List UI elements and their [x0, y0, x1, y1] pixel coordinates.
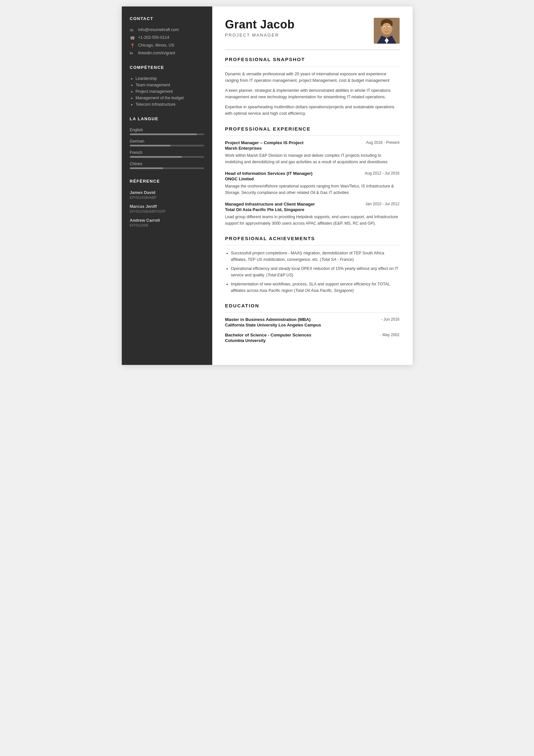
reference-section: RÉFÉRENCE James David EP/SG/ISB/ABP Marc…	[130, 179, 204, 227]
achievement-item: Operational efficiency and steady local …	[231, 265, 400, 278]
competence-section: COMPÉTENCE LeardershipTeam managementPro…	[130, 65, 204, 107]
exp-company: ONGC Limited	[225, 176, 400, 181]
snapshot-content: Dynamic & versatile professional with 20…	[225, 71, 400, 117]
reference-item: Marcus Jeniff EP/SG/ISB/ABP/GDP	[130, 204, 204, 213]
language-item: English	[130, 128, 204, 135]
exp-title: Head of Information Services (IT Manager…	[225, 171, 313, 176]
avatar	[374, 18, 400, 44]
language-name: French	[130, 150, 204, 155]
experience-title: PROFESSIONAL EXPERIENCE	[225, 126, 400, 132]
education-title: EDUCATION	[225, 303, 400, 308]
phone-value: +1-202-555-0114	[138, 35, 169, 40]
exp-title: Project Manager – Complex IS Project	[225, 140, 304, 145]
contact-phone: ☎ +1-202-555-0114	[130, 35, 204, 40]
snapshot-section: PROFESSIONAL SNAPSHOT Dynamic & versatil…	[225, 57, 400, 117]
reference-code: EP/SG/ISB	[130, 223, 204, 227]
linkedin-icon: in	[130, 51, 135, 55]
exp-desc: Work within Marsh E&P Division to manage…	[225, 152, 400, 165]
edu-left: Master in Business Administration (MBA) …	[225, 317, 321, 327]
language-bar-fill	[130, 156, 182, 158]
snapshot-title: PROFESSIONAL SNAPSHOT	[225, 57, 400, 62]
language-name: Chines	[130, 162, 204, 166]
education-divider	[225, 312, 400, 312]
experience-section: PROFESSIONAL EXPERIENCE Project Manager …	[225, 126, 400, 227]
achievements-divider	[225, 245, 400, 245]
exp-desc: Manage the onshore/offshore operational …	[225, 183, 400, 196]
job-title: PROJECT MANAGER	[225, 33, 295, 38]
contact-linkedin: in linkedin.com/in/grant	[130, 51, 204, 55]
candidate-name: Grant Jacob	[225, 18, 295, 31]
reference-title: RÉFÉRENCE	[130, 179, 204, 185]
education-item: Master in Business Administration (MBA) …	[225, 317, 400, 327]
exp-header: Managed Infrastructure and Client Manage…	[225, 202, 400, 206]
reference-name: Marcus Jeniff	[130, 204, 204, 209]
reference-code: EP/SG/ISB/ABP	[130, 196, 204, 200]
svg-point-7	[384, 27, 385, 28]
svg-point-8	[388, 27, 390, 28]
edu-date: - Jun 2016	[381, 317, 400, 322]
email-value: info@resumekraft.com	[138, 27, 179, 32]
language-bar-fill	[130, 133, 197, 135]
achievement-item: Implementation of new workflows, process…	[231, 281, 400, 294]
competence-item: Leardership	[136, 76, 204, 81]
experience-item: Head of Information Services (IT Manager…	[225, 171, 400, 196]
language-section: LA LANGUE English German French Chines	[130, 116, 204, 169]
exp-desc: Lead group different teams in providing …	[225, 214, 400, 227]
education-item: Bachelor of Science - Computer Sciences …	[225, 333, 400, 343]
experience-item: Managed Infrastructure and Client Manage…	[225, 202, 400, 227]
linkedin-value: linkedin.com/in/grant	[138, 51, 175, 55]
language-name: English	[130, 128, 204, 132]
snapshot-paragraph: Dynamic & versatile professional with 20…	[225, 71, 400, 84]
language-list: English German French Chines	[130, 128, 204, 169]
language-bar-bg	[130, 156, 204, 158]
exp-date: Aug 2012 - Jul 2016	[365, 171, 399, 176]
reference-item: Andrew Carroll EP/SG/ISB	[130, 218, 204, 227]
avatar-image	[374, 18, 400, 44]
contact-location: 📍 Chicago, Illinois, US	[130, 43, 204, 48]
language-item: German	[130, 139, 204, 147]
language-title: LA LANGUE	[130, 116, 204, 123]
achievements-section: PROFESIONAL ACHIEVEMENTS Successfull pro…	[225, 236, 400, 294]
education-list: Master in Business Administration (MBA) …	[225, 317, 400, 343]
main-header: Grant Jacob PROJECT MANAGER	[225, 18, 400, 50]
experience-list: Project Manager – Complex IS Project Aug…	[225, 140, 400, 227]
exp-header: Project Manager – Complex IS Project Aug…	[225, 140, 400, 145]
education-section: EDUCATION Master in Business Administrat…	[225, 303, 400, 343]
achievements-list: Successfull project completions - MAAS m…	[225, 250, 400, 294]
competence-item: Management of the budget	[136, 96, 204, 100]
experience-divider	[225, 135, 400, 136]
main-content: Grant Jacob PROJECT MANAGER	[212, 7, 413, 365]
reference-code: EP/SG/ISB/ABP/GDP	[130, 209, 204, 213]
edu-school: Columbia University	[225, 338, 312, 343]
language-item: French	[130, 150, 204, 158]
location-icon: 📍	[130, 43, 135, 48]
phone-icon: ☎	[130, 36, 135, 40]
language-bar-fill	[130, 145, 171, 147]
contact-title: CONTACT	[130, 16, 204, 23]
location-value: Chicago, Illinois, US	[138, 43, 174, 47]
contact-section: CONTACT ✉ info@resumekraft.com ☎ +1-202-…	[130, 16, 204, 55]
competence-list: LeardershipTeam managementProject manage…	[130, 76, 204, 107]
language-bar-bg	[130, 133, 204, 135]
resume-document: CONTACT ✉ info@resumekraft.com ☎ +1-202-…	[122, 7, 413, 365]
competence-item: Team management	[136, 83, 204, 87]
email-icon: ✉	[130, 28, 135, 33]
reference-name: Andrew Carroll	[130, 218, 204, 223]
competence-item: Project management	[136, 89, 204, 94]
edu-date: - May 2002	[380, 333, 399, 337]
reference-list: James David EP/SG/ISB/ABP Marcus Jeniff …	[130, 190, 204, 227]
achievements-title: PROFESIONAL ACHIEVEMENTS	[225, 236, 400, 241]
snapshot-paragraph: A keen planner, strategist & implementer…	[225, 87, 400, 100]
sidebar: CONTACT ✉ info@resumekraft.com ☎ +1-202-…	[122, 7, 212, 365]
exp-header: Head of Information Services (IT Manager…	[225, 171, 400, 176]
exp-company: Marsh Enterprises	[225, 146, 400, 150]
contact-email: ✉ info@resumekraft.com	[130, 27, 204, 33]
experience-item: Project Manager – Complex IS Project Aug…	[225, 140, 400, 165]
snapshot-paragraph: Expertise in spearheading multimillion d…	[225, 104, 400, 117]
exp-company: Total Oil Asia Pacific Pte Ltd, Singapor…	[225, 207, 400, 212]
snapshot-divider	[225, 66, 400, 66]
edu-degree: Bachelor of Science - Computer Sciences	[225, 333, 312, 338]
competence-item: Telecom Infrastructure	[136, 102, 204, 107]
reference-item: James David EP/SG/ISB/ABP	[130, 190, 204, 200]
language-item: Chines	[130, 162, 204, 169]
